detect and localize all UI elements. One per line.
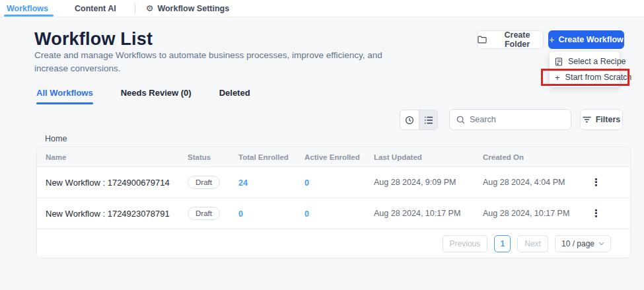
workflow-table: Name Status Total Enrolled Active Enroll… [36, 147, 631, 258]
table-row: New Workflow : 1724900679714 Draft 24 0 … [37, 167, 630, 198]
pagination: Previous 1 Next 10 / page [37, 229, 630, 258]
list-view-button[interactable] [419, 110, 437, 129]
last-updated-value: Aug 28 2024, 9:09 PM [374, 178, 483, 187]
total-enrolled-link[interactable]: 24 [238, 178, 248, 188]
search-input[interactable] [470, 115, 564, 124]
topnav-workflows-label: Workflows [7, 4, 48, 13]
page-description: Create and manage Workflows to automate … [34, 49, 391, 75]
topnav-item-workflow-settings[interactable]: ⚙ Workflow Settings [145, 0, 231, 17]
top-nav-bar: Workflows Content AI ⚙ Workflow Settings [0, 0, 644, 17]
search-box [449, 109, 571, 130]
last-updated-value: Aug 28 2024, 10:17 PM [374, 209, 483, 218]
plus-icon: + [555, 73, 560, 82]
col-header-name: Name [37, 153, 188, 161]
search-icon [456, 116, 465, 124]
recipe-icon [555, 57, 563, 66]
topnav-workflow-settings-label: Workflow Settings [157, 4, 229, 13]
list-icon [424, 116, 433, 124]
topnav-divider [135, 3, 135, 14]
chevron-down-icon [598, 242, 604, 246]
created-on-value: Aug 28 2024, 4:04 PM [483, 178, 589, 187]
topnav-content-ai-label: Content AI [75, 4, 116, 13]
topnav-item-content-ai[interactable]: Content AI [73, 0, 118, 17]
workflow-name-link[interactable]: New Workflow : 1724900679714 [37, 178, 188, 188]
gear-icon: ⚙ [146, 3, 154, 13]
row-actions-kebab-icon[interactable]: ⋮ [591, 209, 601, 219]
create-workflow-button[interactable]: + Create Workflow [548, 30, 624, 49]
table-header-row: Name Status Total Enrolled Active Enroll… [37, 147, 630, 167]
filter-icon [583, 116, 591, 123]
view-toggle [400, 110, 438, 130]
status-badge: Draft [188, 176, 220, 189]
tab-needs-review-label: Needs Review (0) [121, 88, 192, 98]
recent-view-button[interactable] [400, 110, 419, 129]
page-size-select[interactable]: 10 / page [555, 235, 611, 252]
create-workflow-label: Create Workflow [558, 35, 623, 44]
total-enrolled-link[interactable]: 0 [238, 209, 243, 219]
workflow-tabs: All Workflows Needs Review (0) Deleted [36, 88, 250, 104]
col-header-last-updated: Last Updated [374, 153, 483, 161]
page-size-label: 10 / page [561, 239, 594, 248]
clock-icon [405, 116, 414, 125]
filters-button[interactable]: Filters [580, 109, 623, 130]
select-a-recipe-label: Select a Recipe [568, 57, 626, 66]
tab-all-workflows[interactable]: All Workflows [36, 88, 93, 104]
tab-deleted[interactable]: Deleted [219, 88, 250, 104]
tab-all-workflows-label: All Workflows [36, 88, 93, 98]
previous-page-button[interactable]: Previous [443, 235, 488, 252]
start-from-scratch-label: Start from Scratch [565, 73, 632, 82]
menu-item-select-a-recipe[interactable]: Select a Recipe [550, 54, 620, 69]
tab-deleted-label: Deleted [219, 88, 250, 98]
filters-label: Filters [596, 115, 621, 124]
row-actions-kebab-icon[interactable]: ⋮ [591, 178, 601, 188]
col-header-status: Status [188, 153, 238, 161]
table-row: New Workflow : 1724923078791 Draft 0 0 A… [37, 198, 630, 229]
create-folder-label: Create Folder [491, 30, 543, 49]
page-number-button[interactable]: 1 [494, 235, 511, 252]
col-header-active-enrolled: Active Enrolled [304, 153, 374, 161]
menu-item-start-from-scratch[interactable]: + Start from Scratch [550, 69, 620, 85]
plus-icon: + [549, 35, 554, 44]
workflow-name-link[interactable]: New Workflow : 1724923078791 [37, 209, 188, 219]
created-on-value: Aug 28 2024, 10:17 PM [483, 209, 589, 218]
create-workflow-dropdown: Select a Recipe + Start from Scratch [550, 52, 620, 87]
next-page-button[interactable]: Next [517, 235, 548, 252]
status-badge: Draft [188, 207, 220, 220]
topnav-item-workflows[interactable]: Workflows [5, 0, 50, 17]
create-folder-button[interactable]: Create Folder [477, 30, 544, 49]
col-header-total-enrolled: Total Enrolled [238, 153, 304, 161]
folder-icon [478, 36, 487, 44]
col-header-created-on: Created On [483, 153, 589, 161]
active-enrolled-link[interactable]: 0 [304, 209, 309, 219]
breadcrumb[interactable]: Home [45, 134, 67, 143]
page-title: Workflow List [34, 29, 153, 50]
tab-needs-review[interactable]: Needs Review (0) [121, 88, 192, 104]
active-enrolled-link[interactable]: 0 [304, 178, 309, 188]
